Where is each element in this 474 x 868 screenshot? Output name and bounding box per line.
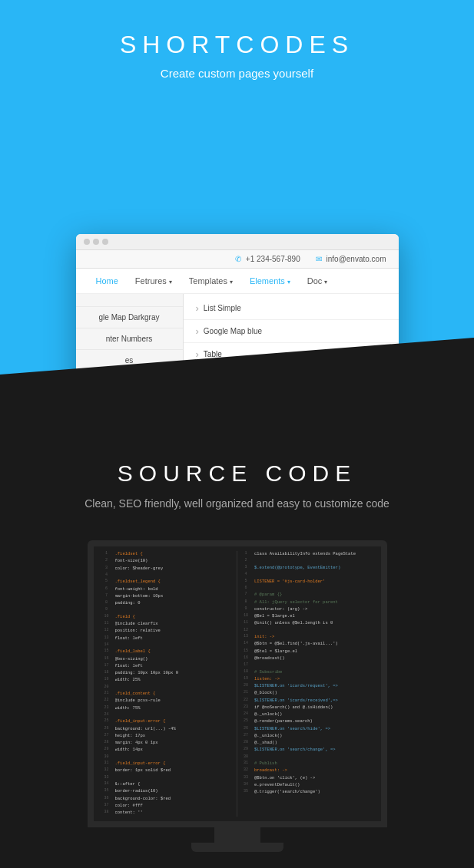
phone-icon: ✆ bbox=[235, 255, 241, 263]
nav-templates[interactable]: Templates bbox=[181, 269, 240, 293]
code-col-left: 1.fieldset { 2 font-size(10) 3 color: $h… bbox=[98, 551, 238, 817]
sidebar-item-1[interactable] bbox=[76, 294, 183, 307]
monitor-stand-base bbox=[191, 843, 283, 852]
monitor-screen: 1.fieldset { 2 font-size(10) 3 color: $h… bbox=[88, 540, 387, 827]
top-section: SHORTCODES Create custom pages yourself … bbox=[0, 0, 474, 399]
bottom-subtitle: Clean, SEO friendly, well organized and … bbox=[15, 497, 459, 510]
nav-elements[interactable]: Elements bbox=[242, 269, 298, 293]
browser-dot-green bbox=[102, 239, 108, 245]
browser-dot-yellow bbox=[93, 239, 99, 245]
email-icon: ✉ bbox=[316, 255, 322, 263]
phone-info: ✆ +1 234-567-890 bbox=[235, 255, 300, 263]
dropdown-google-map-blue[interactable]: Google Map blue bbox=[184, 320, 399, 343]
dropdown-list-simple[interactable]: List Simple bbox=[184, 297, 399, 320]
email-info: ✉ info@envato.com bbox=[316, 255, 386, 263]
browser-toolbar bbox=[76, 234, 399, 250]
sidebar-item-2[interactable]: gle Map Darkgray bbox=[76, 307, 183, 328]
browser-dot-red bbox=[84, 239, 90, 245]
site-header: ✆ +1 234-567-890 ✉ info@envato.com bbox=[76, 250, 399, 269]
nav-home[interactable]: Home bbox=[88, 269, 126, 293]
top-subtitle: Create custom pages yourself bbox=[15, 67, 459, 80]
bottom-title: SOURCE CODE bbox=[15, 460, 459, 487]
site-nav: Home Fetrures Templates Elements Doc bbox=[76, 269, 399, 294]
bottom-space bbox=[15, 852, 459, 868]
monitor-stand-neck bbox=[214, 827, 260, 843]
monitor-mockup: 1.fieldset { 2 font-size(10) 3 color: $h… bbox=[88, 540, 387, 852]
nav-doc[interactable]: Doc bbox=[300, 269, 336, 293]
code-display: 1.fieldset { 2 font-size(10) 3 color: $h… bbox=[94, 546, 381, 821]
nav-fetrures[interactable]: Fetrures bbox=[128, 269, 180, 293]
sidebar-item-3[interactable]: nter Numbers bbox=[76, 328, 183, 350]
top-title: SHORTCODES bbox=[15, 31, 459, 59]
bottom-section: SOURCE CODE Clean, SEO friendly, well or… bbox=[0, 399, 474, 868]
browser-dots bbox=[84, 239, 108, 245]
code-col-right: 1class AvailabilityInfo extends PageStat… bbox=[237, 551, 376, 817]
